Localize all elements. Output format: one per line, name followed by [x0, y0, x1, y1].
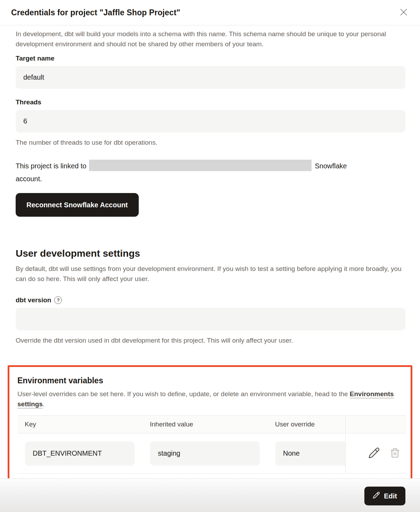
modal-footer: Edit: [0, 478, 420, 512]
pencil-icon: [368, 447, 380, 460]
edit-variable-button[interactable]: [368, 447, 380, 460]
linked-account-text-line2: account.: [16, 173, 405, 185]
help-icon[interactable]: ?: [54, 296, 62, 304]
threads-helper-text: The number of threads to use for dbt ope…: [16, 138, 405, 147]
modal-header: Credentials for project "Jaffle Shop Pro…: [0, 0, 420, 25]
linked-account-text: This project is linked toSnowflake accou…: [16, 160, 405, 185]
redacted-account-name: [89, 160, 312, 171]
schema-intro-text: In development, dbt will build your mode…: [16, 29, 404, 49]
target-name-input[interactable]: [16, 66, 405, 89]
modal-body: In development, dbt will build your mode…: [0, 25, 420, 481]
user-dev-settings-description: By default, dbt will use settings from y…: [16, 264, 404, 284]
column-header-inherited-value: Inherited value: [143, 416, 268, 433]
close-icon: [399, 8, 408, 18]
target-name-label: Target name: [16, 55, 405, 62]
trash-icon: [390, 448, 400, 459]
modal-title: Credentials for project "Jaffle Shop Pro…: [11, 8, 180, 17]
threads-label: Threads: [16, 98, 405, 106]
environment-variables-table: Key Inherited value User override DBT_EN…: [17, 415, 406, 474]
delete-variable-button[interactable]: [390, 448, 400, 459]
environment-variables-highlight-box: Environment variables User-level overrid…: [8, 365, 412, 481]
close-button[interactable]: [398, 7, 410, 18]
edit-button[interactable]: Edit: [364, 487, 405, 505]
env-var-inherited-value: staging: [150, 441, 260, 466]
env-var-user-override-value: None: [275, 441, 345, 466]
env-var-key-value: DBT_ENVIRONMENT: [25, 441, 135, 466]
dbt-version-helper-text: Override the dbt version used in dbt dev…: [16, 336, 405, 345]
dbt-version-label: dbt version: [16, 296, 51, 304]
table-row: DBT_ENVIRONMENT staging None: [17, 433, 406, 474]
reconnect-snowflake-button[interactable]: Reconnect Snowflake Account: [16, 193, 139, 217]
table-header-row: Key Inherited value User override: [17, 416, 406, 433]
environment-variables-description: User-level overrides can be set here. If…: [17, 389, 403, 409]
user-dev-settings-heading: User development settings: [16, 248, 405, 259]
column-header-actions: [345, 416, 406, 433]
dbt-version-input[interactable]: [16, 308, 405, 330]
column-header-key: Key: [17, 416, 143, 433]
column-header-user-override: User override: [268, 416, 345, 433]
pencil-icon: [373, 491, 380, 501]
threads-input[interactable]: [16, 110, 405, 133]
environment-variables-heading: Environment variables: [17, 376, 403, 385]
